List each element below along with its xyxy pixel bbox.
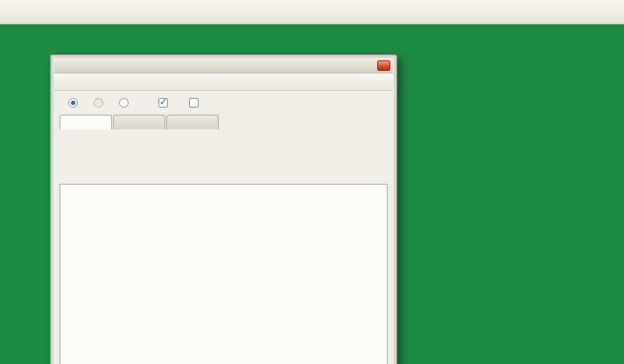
main-detect-checkbox[interactable] — [158, 98, 168, 108]
dialog-titlebar[interactable] — [54, 59, 393, 74]
radio-all-pads[interactable] — [119, 98, 129, 108]
main-toolbar — [0, 0, 624, 24]
tab-rgb[interactable] — [166, 115, 219, 130]
tab-general[interactable] — [60, 115, 112, 130]
tab-panel-general — [60, 184, 388, 364]
radio-single-pad[interactable] — [68, 98, 78, 108]
save-main-detect-checkbox[interactable] — [189, 98, 199, 108]
dialog-toolbar — [54, 74, 393, 91]
close-icon[interactable] — [377, 60, 390, 71]
detection-settings-dialog — [50, 54, 397, 364]
radio-multi-pad[interactable] — [94, 98, 103, 108]
tab-extended[interactable] — [113, 115, 165, 130]
application-window — [0, 0, 624, 364]
